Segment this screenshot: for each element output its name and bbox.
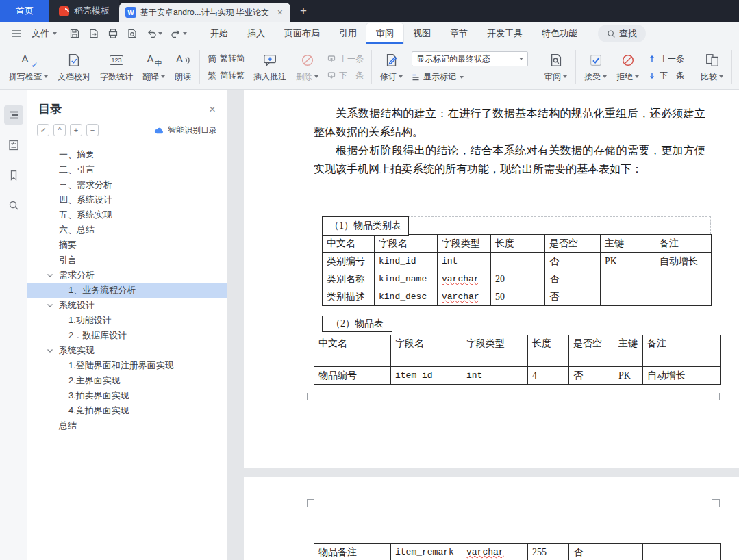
- cell[interactable]: 类别描述: [323, 288, 375, 306]
- cell[interactable]: kind_name: [375, 270, 438, 288]
- cell[interactable]: 自动增长: [655, 253, 712, 270]
- tab-references[interactable]: 引用: [329, 23, 366, 44]
- toc-expand-tool[interactable]: +: [70, 124, 82, 136]
- header-cell[interactable]: 字段名: [391, 335, 462, 367]
- cell[interactable]: [601, 288, 655, 306]
- cell[interactable]: [491, 253, 545, 270]
- show-markup-button[interactable]: 显示标记: [412, 71, 528, 83]
- hamburger-icon[interactable]: [7, 25, 26, 42]
- tab-start[interactable]: 开始: [201, 23, 238, 44]
- tab-section[interactable]: 章节: [440, 23, 477, 44]
- paragraph[interactable]: 关系数据结构的建立：在进行了数据基本结构的规范化重组后，还必须建立整体数据的关系…: [314, 104, 705, 141]
- toc-item[interactable]: 4.竞拍界面实现: [27, 403, 227, 418]
- cell-spellcheck[interactable]: varchar: [462, 544, 528, 560]
- cell[interactable]: 类别编号: [323, 253, 375, 270]
- toc-item[interactable]: 摘要: [27, 238, 227, 253]
- toc-check-tool[interactable]: ✓: [37, 124, 49, 136]
- header-cell[interactable]: 主键: [614, 335, 643, 367]
- delete-comment-button[interactable]: 删除: [291, 48, 323, 86]
- cell[interactable]: 否: [569, 367, 614, 385]
- cell[interactable]: [614, 544, 643, 560]
- toc-item[interactable]: 一、摘要: [27, 147, 227, 162]
- tab-docer[interactable]: 稻壳模板: [49, 0, 119, 22]
- search-panel-button[interactable]: [4, 196, 23, 215]
- tab-home[interactable]: 首页: [0, 0, 49, 22]
- cell[interactable]: [655, 270, 712, 288]
- cell[interactable]: 物品编号: [314, 367, 391, 385]
- insert-comment-button[interactable]: 插入批注: [249, 48, 291, 86]
- next-comment-button[interactable]: 下一条: [327, 70, 364, 81]
- spell-check-button[interactable]: A✓ 拼写检查: [4, 48, 53, 86]
- tab-review[interactable]: 审阅: [366, 23, 403, 44]
- doc-proofread-button[interactable]: 文档校对: [53, 48, 95, 86]
- table2-caption[interactable]: （2）物品表: [322, 316, 392, 332]
- to-simplified-button[interactable]: 简繁转简: [208, 53, 245, 65]
- tab-insert[interactable]: 插入: [238, 23, 275, 44]
- toc-item[interactable]: 1.功能设计: [27, 313, 227, 328]
- previous-comment-button[interactable]: 上一条: [327, 53, 364, 65]
- cell[interactable]: PK: [601, 253, 655, 270]
- header-cell[interactable]: 中文名: [323, 235, 375, 253]
- cell[interactable]: 自动增长: [643, 367, 721, 385]
- outline-panel-button[interactable]: [4, 105, 23, 125]
- toc-item[interactable]: 3.拍卖界面实现: [27, 388, 227, 403]
- tab-special-features[interactable]: 特色功能: [532, 23, 587, 44]
- proofread-panel-button[interactable]: [4, 136, 23, 155]
- export-icon[interactable]: [88, 28, 99, 39]
- header-cell[interactable]: 备注: [643, 335, 721, 367]
- read-aloud-button[interactable]: A 朗读: [170, 48, 196, 86]
- cell[interactable]: item_id: [391, 367, 462, 385]
- page-1[interactable]: 关系数据结构的建立：在进行了数据基本结构的规范化重组后，还必须建立整体数据的关系…: [244, 90, 739, 468]
- next-change-button[interactable]: 下一条: [648, 70, 684, 81]
- cell[interactable]: item_remark: [391, 544, 462, 560]
- accept-button[interactable]: 接受: [579, 48, 612, 86]
- page-2[interactable]: 物品备注 item_remark varchar 255 否: [244, 477, 739, 560]
- header-cell[interactable]: 字段类型: [462, 335, 528, 367]
- tab-close-icon[interactable]: ×: [276, 7, 284, 18]
- tab-page-layout[interactable]: 页面布局: [275, 23, 329, 44]
- chevron-down-icon[interactable]: [47, 348, 53, 353]
- chevron-down-icon[interactable]: [47, 272, 53, 278]
- toc-item[interactable]: 三、需求分析: [27, 177, 227, 192]
- cell[interactable]: PK: [614, 367, 643, 385]
- reject-button[interactable]: 拒绝: [612, 48, 644, 86]
- toc-item[interactable]: 四、系统设计: [27, 192, 227, 207]
- header-cell[interactable]: 备注: [655, 235, 712, 253]
- cell[interactable]: 类别名称: [323, 270, 375, 288]
- save-icon[interactable]: [69, 28, 80, 39]
- cell[interactable]: int: [462, 367, 528, 385]
- tab-dev-tools[interactable]: 开发工具: [477, 23, 532, 44]
- previous-change-button[interactable]: 上一条: [648, 53, 684, 65]
- toc-item[interactable]: 二、引言: [27, 162, 227, 177]
- toc-item[interactable]: 引言: [27, 253, 227, 268]
- word-count-button[interactable]: 123 字数统计: [95, 48, 138, 86]
- undo-button[interactable]: [146, 28, 162, 39]
- toc-item[interactable]: 2．数据库设计: [27, 328, 227, 343]
- cell-spellcheck[interactable]: varchar: [438, 270, 491, 288]
- header-cell[interactable]: 主键: [601, 235, 655, 253]
- toc-item[interactable]: 1.登陆界面和注册界面实现: [27, 358, 227, 373]
- review-button[interactable]: 审阅: [540, 48, 572, 86]
- find-button[interactable]: 查找: [598, 25, 646, 42]
- cell[interactable]: 4: [528, 367, 569, 385]
- toc-item[interactable]: 2.主界面实现: [27, 373, 227, 388]
- header-cell[interactable]: 字段类型: [438, 235, 491, 253]
- new-tab-button[interactable]: +: [290, 0, 316, 22]
- table1-caption[interactable]: （1）物品类别表: [322, 216, 409, 236]
- chevron-down-icon[interactable]: [47, 303, 53, 308]
- close-icon[interactable]: ×: [209, 103, 216, 115]
- print-preview-icon[interactable]: [127, 28, 138, 39]
- track-changes-button[interactable]: 修订: [375, 48, 408, 86]
- toc-item[interactable]: 六、总结: [27, 222, 227, 238]
- cell[interactable]: 物品备注: [314, 544, 391, 560]
- toc-item[interactable]: 五、系统实现: [27, 207, 227, 222]
- cell-spellcheck[interactable]: varchar: [438, 288, 491, 306]
- toc-collapse-tool[interactable]: −: [86, 124, 99, 136]
- header-cell[interactable]: 长度: [491, 235, 545, 253]
- toc-item[interactable]: 总结: [27, 418, 227, 433]
- smart-recognize-toc-button[interactable]: 智能识别目录: [153, 125, 217, 136]
- markup-state-select[interactable]: 显示标记的最终状态: [412, 51, 528, 66]
- print-icon[interactable]: [108, 28, 118, 39]
- cell[interactable]: 否: [545, 288, 601, 306]
- cell[interactable]: kind_desc: [375, 288, 438, 306]
